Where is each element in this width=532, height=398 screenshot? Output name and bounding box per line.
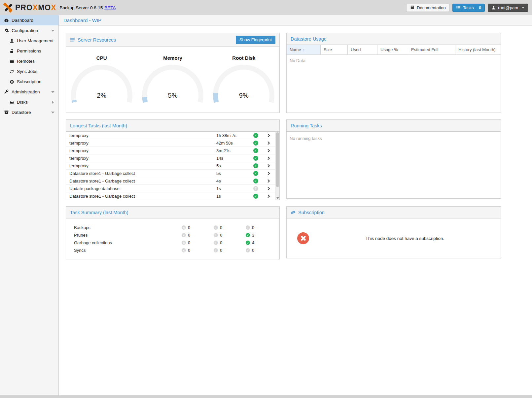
chevron-right-icon[interactable] xyxy=(266,179,271,183)
unlock-icon xyxy=(10,49,14,53)
root-disk-gauge-value: 9% xyxy=(213,92,274,99)
collapse-caret-icon[interactable] xyxy=(51,112,54,114)
ok-count-icon xyxy=(246,241,250,245)
sidebar-item-remotes[interactable]: Remotes xyxy=(0,56,58,66)
sidebar-item-user-management[interactable]: User Management xyxy=(0,36,58,46)
sidebar-item-subscription[interactable]: Subscription xyxy=(0,77,58,87)
error-count-icon xyxy=(182,233,186,237)
column-header-size[interactable]: Size xyxy=(321,45,348,54)
chevron-right-icon[interactable] xyxy=(266,171,271,176)
column-header-history[interactable]: History (last Month) xyxy=(455,45,501,54)
root-disk-gauge: Root Disk 9% xyxy=(208,47,279,113)
longest-tasks-title: Longest Tasks (last Month) xyxy=(70,123,127,128)
error-count-icon xyxy=(182,241,186,245)
task-row[interactable]: termproxy 3m 21s xyxy=(66,147,275,154)
subscription-title: Subscription xyxy=(298,210,325,215)
status-ok-icon xyxy=(253,156,258,161)
proxmox-logo: PROXMOX xyxy=(3,2,56,13)
tachometer-icon xyxy=(4,18,9,23)
app-title: Backup Server 0.8-15 xyxy=(60,5,103,10)
warning-count-icon xyxy=(214,233,218,237)
chevron-right-icon[interactable] xyxy=(266,156,271,160)
column-header-name[interactable]: Name ↑ xyxy=(287,45,321,54)
subscription-message: This node does not have a subscription. xyxy=(309,236,501,241)
collapse-caret-icon[interactable] xyxy=(51,30,54,32)
chevron-right-icon[interactable] xyxy=(266,186,271,191)
book-icon xyxy=(410,5,414,10)
server-stack-icon xyxy=(10,59,14,64)
beta-link[interactable]: BETA xyxy=(104,5,116,10)
scrollbar-thumb[interactable] xyxy=(276,132,279,187)
user-icon xyxy=(10,39,14,43)
sidebar-item-dashboard[interactable]: Dashboard xyxy=(0,15,58,25)
hdd-icon xyxy=(10,100,14,105)
task-row[interactable]: Datastore store1 - Garbage collect 1s xyxy=(66,192,275,200)
sidebar-item-disks[interactable]: Disks xyxy=(0,97,58,107)
proxmox-x-icon xyxy=(3,2,13,13)
expand-arrow-icon[interactable] xyxy=(52,101,54,104)
warning-count-icon xyxy=(214,225,218,230)
memory-gauge: Memory 5% xyxy=(137,47,208,113)
running-tasks-empty-text: No running tasks xyxy=(287,132,501,144)
task-summary-title: Task Summary (last Month) xyxy=(70,210,128,215)
support-icon xyxy=(10,80,14,84)
ok-count-icon xyxy=(246,233,250,237)
top-bar: PROXMOX Backup Server 0.8-15 BETA Docume… xyxy=(0,0,532,15)
status-ok-icon xyxy=(253,148,258,153)
cpu-gauge: CPU 2% xyxy=(66,47,137,113)
archive-icon xyxy=(4,110,9,115)
cpu-gauge-value: 2% xyxy=(71,92,132,99)
sort-ascending-icon: ↑ xyxy=(303,47,305,52)
task-row[interactable]: termproxy 42m 58s xyxy=(66,139,275,147)
chevron-right-icon[interactable] xyxy=(266,194,271,198)
status-unknown-icon xyxy=(253,186,258,191)
summary-row-garbage-collections: Garbage collections 0 0 4 xyxy=(66,239,279,247)
status-ok-icon xyxy=(253,179,258,183)
collapse-caret-icon[interactable] xyxy=(51,91,54,93)
longest-tasks-panel: Longest Tasks (last Month) termproxy 1h … xyxy=(66,119,280,200)
column-header-used[interactable]: Used xyxy=(348,45,377,54)
show-fingerprint-button[interactable]: Show Fingerprint xyxy=(236,36,275,44)
sidebar-item-datastore[interactable]: Datastore xyxy=(0,107,58,117)
error-count-icon xyxy=(182,248,186,252)
sidebar-item-permissions[interactable]: Permissions xyxy=(0,46,58,56)
warning-count-icon xyxy=(214,241,218,245)
window-bottom-strip xyxy=(0,395,532,398)
server-resources-panel: Server Resources Show Fingerprint CPU 2% xyxy=(66,33,280,113)
summary-row-prunes: Prunes 0 0 3 xyxy=(66,231,279,239)
subscription-panel: Subscription This node does not have a s… xyxy=(286,206,501,258)
tasks-count-badge: 0 xyxy=(479,5,481,10)
task-row[interactable]: termproxy 5s xyxy=(66,162,275,170)
scrollbar-down-arrow[interactable] xyxy=(276,197,279,199)
tasks-button[interactable]: Tasks 0 xyxy=(452,4,485,12)
chevron-right-icon[interactable] xyxy=(266,133,271,138)
summary-row-backups: Backups 0 0 0 xyxy=(66,224,279,231)
ok-count-icon xyxy=(246,248,250,252)
chevron-right-icon[interactable] xyxy=(266,149,271,153)
sidebar: Dashboard Configuration User Management … xyxy=(0,15,59,395)
running-tasks-title: Running Tasks xyxy=(291,123,322,128)
task-summary-panel: Task Summary (last Month) Backups 0 0 0 … xyxy=(66,206,280,259)
sidebar-item-administration[interactable]: Administration xyxy=(0,87,58,97)
datastore-usage-title: Datastore Usage xyxy=(291,36,327,42)
running-tasks-panel: Running Tasks No running tasks xyxy=(286,119,501,199)
chevron-right-icon[interactable] xyxy=(266,164,271,168)
task-list-icon xyxy=(456,5,461,10)
task-row[interactable]: Update package database 1s xyxy=(66,185,275,192)
column-header-usage-percent[interactable]: Usage % xyxy=(377,45,408,54)
task-row[interactable]: Datastore store1 - Garbage collect 4s xyxy=(66,177,275,185)
documentation-button[interactable]: Documentation xyxy=(406,4,449,12)
scrollbar[interactable] xyxy=(275,132,279,200)
error-count-icon xyxy=(182,225,186,230)
chevron-right-icon[interactable] xyxy=(266,141,271,145)
user-menu-button[interactable]: root@pam xyxy=(488,4,528,12)
page-title: Dashboard - WIP xyxy=(59,15,532,26)
sidebar-item-sync-jobs[interactable]: Sync Jobs xyxy=(0,66,58,77)
sidebar-item-configuration[interactable]: Configuration xyxy=(0,25,58,36)
status-ok-icon xyxy=(253,163,258,168)
task-row[interactable]: termproxy 14s xyxy=(66,154,275,162)
task-row[interactable]: Datastore store1 - Garbage collect 5s xyxy=(66,170,275,177)
column-header-estimated-full[interactable]: Estimated Full xyxy=(408,45,455,54)
memory-gauge-value: 5% xyxy=(142,92,203,99)
task-row[interactable]: termproxy 1h 38m 7s xyxy=(66,132,275,139)
